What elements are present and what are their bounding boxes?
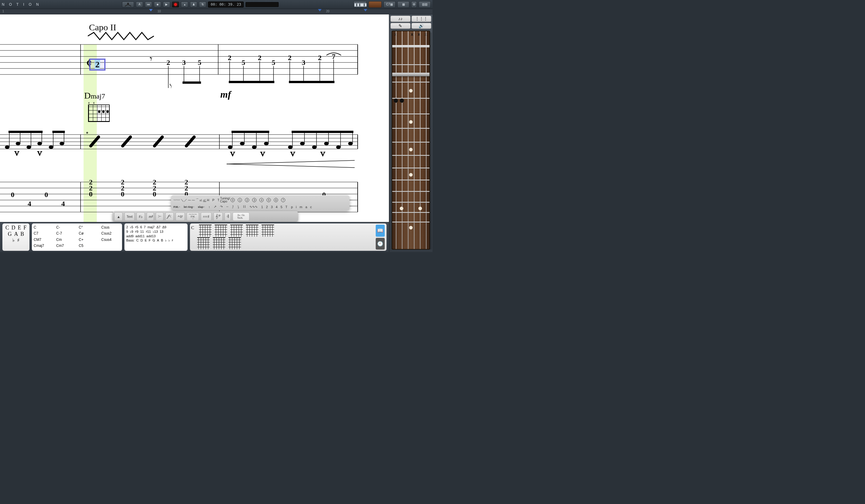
count-in-button[interactable]: A xyxy=(136,1,143,8)
svg-text:0: 0 xyxy=(45,191,48,199)
articulation-group[interactable]: > · xyxy=(156,212,163,221)
chord-extension-list[interactable]: 2 ♭5 ♯5 6 7 maj7 Δ7 Δ9 9 ♭9 ♯9 11 ♯11 ♭1… xyxy=(125,223,187,251)
edit-mode-button[interactable]: ✎ xyxy=(390,23,411,29)
let-ring-button[interactable]: let ring┄ xyxy=(184,206,194,209)
speaker-icon: 🔊 xyxy=(419,23,424,28)
ornaments-group[interactable]: 𝄐 tr xyxy=(175,212,185,221)
capo-marking[interactable]: Capo II xyxy=(89,22,116,33)
repeat-group[interactable]: 𝄇 xyxy=(224,212,231,221)
timecode-display: 00: 00: 39. 23 xyxy=(208,1,244,8)
bend-curve2-icon[interactable]: ⤵ xyxy=(238,205,239,209)
arrow-upright-icon[interactable]: ↗ xyxy=(214,205,216,209)
chord-quality-list[interactable]: C C- C° Csus C7 C-7 Cø Csus2 CM7 Cm C+ C… xyxy=(32,223,122,251)
fretboard-grid-button[interactable]: ▦ xyxy=(397,1,410,8)
svg-text:0: 0 xyxy=(89,190,93,198)
slide-up-button[interactable]: sl. xyxy=(199,198,203,202)
diagram-option[interactable] xyxy=(199,225,211,237)
hammer-button[interactable]: H xyxy=(207,198,209,202)
tempo-tap-button[interactable]: ♟ xyxy=(190,1,197,8)
slap-button[interactable]: slap┄ xyxy=(198,206,205,209)
chord-diagram[interactable]: x x xyxy=(88,101,110,122)
fretboard-scrollbar[interactable] xyxy=(429,33,432,249)
piano-view-button[interactable]: ▮▯▮▯▮▮▯▮ xyxy=(354,1,367,8)
rewind-button[interactable]: ⏮ xyxy=(145,1,152,8)
acoustic-guitar-tech-button[interactable]: Ac. Gt.Tech. xyxy=(233,212,250,221)
slur-up-icon[interactable]: ⁓ xyxy=(188,198,191,202)
audio-button[interactable]: 🔊 xyxy=(412,23,431,29)
arrow-up-icon[interactable]: ↑ xyxy=(208,205,210,209)
chord-mode-button[interactable]: ⋮⋮⋮ xyxy=(412,16,431,22)
tremolo-icon[interactable]: ⌇⌇ xyxy=(243,205,246,209)
diagram-option[interactable] xyxy=(213,237,226,249)
selected-note[interactable]: 2 xyxy=(89,59,105,71)
score-canvas[interactable]: Capo II 2 𝄵 𝄾 2 3 5 xyxy=(0,14,389,222)
diagram-option[interactable] xyxy=(215,225,227,237)
dynamics-group[interactable]: 𝆑 < xyxy=(165,212,174,221)
tuning-capo-button[interactable]: Tuning/Capo xyxy=(220,197,230,203)
duration-group[interactable]: 𝆐 𝄽 xyxy=(147,212,154,221)
svg-point-0 xyxy=(127,3,129,4)
ruler-loop-end[interactable] xyxy=(364,9,367,14)
guitar-view-button[interactable] xyxy=(368,1,382,8)
main-palette[interactable]: ▴ Text ♯♭ 𝆐 𝄽 > · 𝆑 < 𝄐 tr ⁓⁓⁓P.M.┄ ♯♯♯♯… xyxy=(112,211,298,222)
fretted-note[interactable] xyxy=(400,98,404,103)
text-tool[interactable]: Text xyxy=(125,212,135,221)
chord-recent-button[interactable]: 🕘 xyxy=(376,238,385,250)
vibrato-wide-icon[interactable]: ∿∿∿ xyxy=(250,205,257,209)
chord-diagram-tray[interactable]: C 📖 🕘 xyxy=(190,223,387,251)
bend-down-icon[interactable]: ＼／ xyxy=(181,198,187,202)
svg-rect-74 xyxy=(232,131,269,133)
keysig-group[interactable]: ♯♯♯♯ xyxy=(201,212,211,221)
updown-button[interactable]: ⇅ xyxy=(199,1,206,8)
chord-display-button[interactable]: C7 ▦ xyxy=(383,1,395,8)
accidentals-group[interactable]: ♯♭ xyxy=(137,212,145,221)
conductor-button[interactable] xyxy=(122,1,134,8)
palm-mute-button[interactable]: P.M.┄ xyxy=(173,206,180,209)
chord-library-button[interactable]: 📖 xyxy=(376,225,385,237)
root-note-picker[interactable]: C D E F G A B ♭ ♯ xyxy=(2,223,30,251)
settings-button[interactable]: ⚙ xyxy=(411,1,417,8)
mixer-button[interactable]: ▥▥ xyxy=(419,1,431,8)
arrow-curve-icon[interactable]: ↷ xyxy=(220,205,223,209)
diagram-option[interactable] xyxy=(230,225,243,237)
clefs-group[interactable]: 𝄞𝄢 xyxy=(214,212,223,221)
stop-button[interactable]: ■ xyxy=(154,1,161,8)
tremolo-group[interactable]: ⁓⁓⁓P.M.┄ xyxy=(187,212,199,221)
chord-symbol[interactable]: Dmaj7Dmaj7 xyxy=(84,91,105,101)
cursor-tool[interactable]: ▴ xyxy=(114,212,123,221)
svg-text:5: 5 xyxy=(242,59,245,66)
gear-icon: ⚙ xyxy=(413,3,415,6)
svg-text:7: 7 xyxy=(332,52,335,60)
ruler-playhead-start[interactable] xyxy=(149,9,153,14)
diagram-option[interactable] xyxy=(246,225,258,237)
dynamic-marking[interactable]: mf xyxy=(220,89,231,100)
pulloff-button[interactable]: P xyxy=(212,198,214,202)
vibrato-icon xyxy=(88,32,155,40)
slide-down-button[interactable]: sl. xyxy=(203,198,206,202)
tap-button[interactable]: T xyxy=(217,198,219,202)
diagram-option[interactable] xyxy=(228,237,241,249)
capo-bar[interactable] xyxy=(392,73,430,76)
guitar-tech-palette[interactable]: 〰〰 ＼／ ⁓ ⁓ ⌒ sl. sl. H P T Tuning/Capo 0 … xyxy=(171,195,349,211)
book-icon: 📖 xyxy=(377,228,383,233)
notes-mode-button[interactable]: ♪♪ xyxy=(390,16,411,22)
svg-text:5: 5 xyxy=(272,59,275,66)
diagram-option[interactable] xyxy=(197,237,210,249)
diagram-option[interactable] xyxy=(262,225,274,237)
fretted-note[interactable] xyxy=(394,98,398,103)
svg-text:2: 2 xyxy=(228,54,231,61)
ruler-loop-start[interactable] xyxy=(318,9,322,14)
metronome-button[interactable]: ▴ xyxy=(181,1,188,8)
bend-curve1-icon[interactable]: ⤴ xyxy=(232,205,234,209)
play-button[interactable]: ▶ xyxy=(163,1,170,8)
svg-point-70 xyxy=(252,146,256,149)
svg-text:V: V xyxy=(230,150,235,158)
timeline-ruler[interactable]: 1 10 20 xyxy=(0,9,432,14)
wavy-icon[interactable]: 〰〰 xyxy=(173,198,180,202)
fretboard-toolbar: ♪♪ ⋮⋮⋮ ✎ 🔊 xyxy=(389,14,432,30)
slur-down-icon[interactable]: ⁓ xyxy=(192,198,195,202)
record-button[interactable] xyxy=(172,1,179,8)
fretboard[interactable]: x x x x xyxy=(392,31,430,249)
arc-icon[interactable]: ⌒ xyxy=(196,198,199,202)
dashes-icon[interactable]: ┄ xyxy=(226,205,228,209)
